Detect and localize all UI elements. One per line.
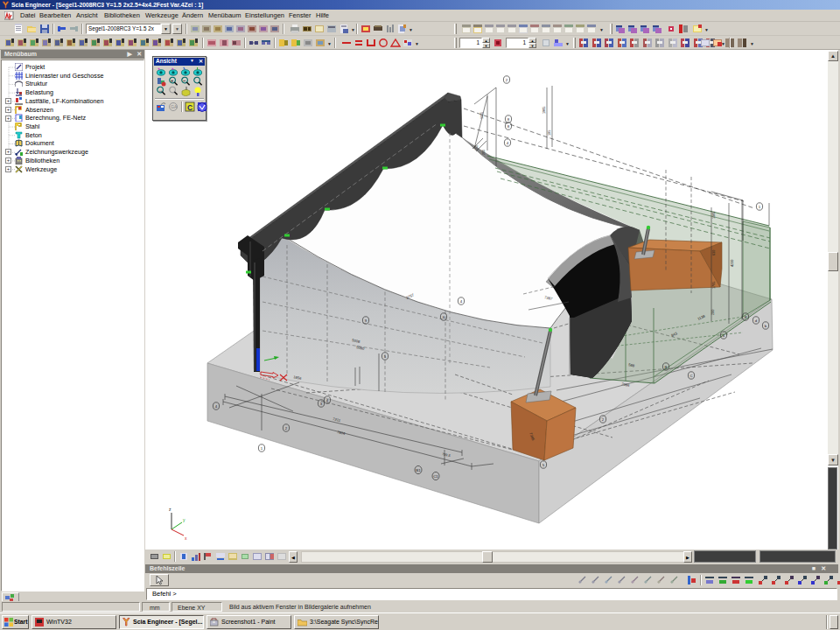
svg-text:GA: GA xyxy=(171,104,178,109)
svg-text:C: C xyxy=(187,103,192,112)
svg-text:C: C xyxy=(690,374,692,378)
svg-text:200: 200 xyxy=(711,310,715,315)
svg-text:−: − xyxy=(183,78,186,83)
svg-text:1385: 1385 xyxy=(712,212,716,219)
svg-text:105: 105 xyxy=(548,130,551,136)
svg-text:4200: 4200 xyxy=(731,260,734,267)
svg-text:630: 630 xyxy=(712,250,716,256)
svg-text:B1: B1 xyxy=(416,468,421,472)
svg-text:B: B xyxy=(665,365,668,369)
svg-text:1385: 1385 xyxy=(480,112,484,119)
svg-text:200: 200 xyxy=(482,150,486,155)
svg-text:1985: 1985 xyxy=(542,107,546,114)
svg-text:↔: ↔ xyxy=(158,88,164,93)
svg-text:C1: C1 xyxy=(433,474,438,479)
svg-text:1785: 1785 xyxy=(712,282,716,289)
svg-text:250: 250 xyxy=(475,145,479,150)
svg-text:+: + xyxy=(171,78,173,83)
